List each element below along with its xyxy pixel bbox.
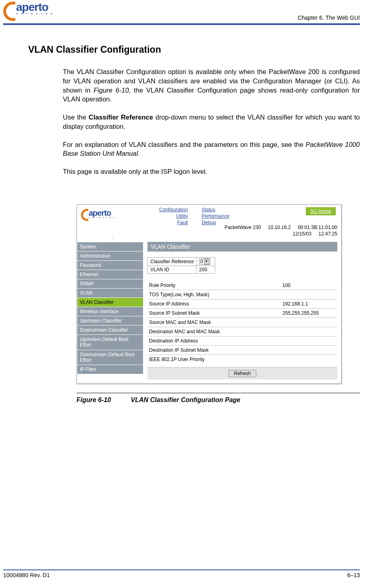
params-table: Rule Priority100TOS Type(Low, High, Mask…: [147, 281, 337, 364]
paragraph-1: The VLAN Classifier Configuration option…: [63, 67, 360, 104]
brand-sub: n e t w o r k s: [16, 12, 54, 15]
param-value: [281, 345, 337, 355]
param-label: Destination IP Subnet Mask: [147, 345, 281, 355]
sidebar-item-downstream-default-best-effort[interactable]: Downstream Default Best Effort: [77, 350, 143, 365]
p3-a: For an explanation of VLAN classifiers a…: [63, 141, 305, 148]
refresh-button[interactable]: Refresh: [228, 370, 256, 377]
logo-c-icon: [3, 2, 15, 21]
env-ip: 10.10.16.2: [268, 225, 291, 230]
p1-ref: Figure 6-10: [93, 87, 129, 94]
param-label: Source MAC and MAC Mask: [147, 318, 281, 327]
nav-utility[interactable]: Utility: [176, 213, 188, 219]
env-time: 12:47:25: [318, 231, 337, 237]
table-row: Destination IP Address: [147, 336, 337, 345]
param-label: Source IP Subnet Mask: [147, 308, 281, 318]
sidebar-item-vlan-classifier[interactable]: VLAN Classifier: [77, 298, 143, 307]
param-value: [281, 336, 337, 345]
sidebar: SystemAdministrationPasswordEthernetSNMP…: [77, 237, 143, 384]
param-label: IEEE 802.1P User Priority: [147, 355, 281, 364]
param-value: [281, 318, 337, 327]
param-label: TOS Type(Low, High, Mask): [147, 290, 281, 299]
figure-title: VLAN Classifier Configuration Page: [131, 396, 240, 403]
nav-configuration[interactable]: Configuration: [159, 206, 188, 213]
paragraph-3: For an explanation of VLAN classifiers a…: [63, 140, 360, 159]
figure-caption: Figure 6-10 VLAN Classifier Configuratio…: [77, 396, 360, 404]
classifier-reference-select[interactable]: 0 ▼: [199, 258, 210, 265]
param-value: 192.168.1.1: [281, 299, 337, 308]
classifier-ref-table: Classifier Reference 0 ▼ VLAN ID 200: [147, 257, 215, 274]
sidebar-item-snmp[interactable]: SNMP: [77, 279, 143, 289]
section-heading: VLAN Classifier Configuration: [28, 44, 360, 55]
footer-right: 6–13: [347, 572, 360, 578]
footer-left: 10004880 Rev. D1: [3, 572, 50, 578]
table-row: TOS Type(Low, High, Mask): [147, 290, 337, 299]
param-label: Source IP Address: [147, 299, 281, 308]
sidebar-item-system[interactable]: System: [77, 242, 143, 252]
param-value: 255.255.255.255: [281, 308, 337, 318]
gui-brand-sub: n e t w o r k s: [89, 216, 115, 219]
nav-performance[interactable]: Performance: [201, 213, 229, 219]
sidebar-item-password[interactable]: Password: [77, 261, 143, 270]
table-row: IEEE 802.1P User Priority: [147, 355, 337, 364]
classifier-reference-value: 0: [200, 259, 203, 264]
sidebar-item-administration[interactable]: Administration: [77, 252, 143, 261]
p2-bold: Classifier Reference: [89, 113, 153, 121]
table-row: Destination IP Subnet Mask: [147, 345, 337, 355]
gui-brand-logo: aperto n e t w o r k s: [81, 209, 115, 221]
nav-fault[interactable]: Fault: [177, 219, 188, 226]
param-value: [281, 355, 337, 364]
gui-logo-c-icon: [81, 209, 88, 221]
chapter-label: Chapter 6. The Web GUI: [298, 14, 360, 21]
env-mac: 00:01:3B:11:01:00: [298, 225, 337, 230]
content-title: VLAN Classifier: [147, 242, 337, 252]
nav-debug[interactable]: Debug: [201, 219, 216, 226]
p2-a: Use the: [63, 113, 89, 121]
vlan-id-label: VLAN ID: [148, 266, 197, 273]
table-row: Destination MAC and MAC Mask: [147, 327, 337, 336]
dropdown-arrow-icon[interactable]: ▼: [204, 259, 209, 264]
env-info: PacketWave 230 10.10.16.2 00:01:3B:11:01…: [224, 224, 337, 237]
table-row: Rule Priority100: [147, 281, 337, 290]
param-label: Rule Priority: [147, 281, 281, 290]
header-rule: [3, 23, 360, 25]
sidebar-item-ethernet[interactable]: Ethernet: [77, 270, 143, 279]
figure-rule: [77, 393, 360, 393]
sidebar-item-wireless-interface[interactable]: Wireless Interface: [77, 307, 143, 316]
sidebar-item-ip-filter[interactable]: IP Filter: [77, 365, 143, 374]
gui-brand-word: aperto: [89, 209, 115, 217]
nav-status[interactable]: Status: [201, 206, 215, 213]
footer-rule: [3, 569, 360, 570]
paragraph-4: This page is available only at the ISP l…: [63, 167, 360, 176]
figure-number: Figure 6-10: [77, 396, 129, 404]
su-home-button[interactable]: SU Home: [306, 207, 336, 215]
brand-word: aperto: [16, 2, 54, 13]
gui-screenshot: aperto n e t w o r k s Configuration Uti…: [77, 204, 342, 384]
param-value: 100: [281, 281, 337, 290]
ref-label: Classifier Reference: [148, 257, 197, 266]
p3-b: .: [138, 150, 140, 157]
table-row: Source IP Address192.168.1.1: [147, 299, 337, 308]
table-row: Source MAC and MAC Mask: [147, 318, 337, 327]
param-label: Destination MAC and MAC Mask: [147, 327, 281, 336]
brand-logo: aperto n e t w o r k s: [3, 2, 54, 21]
table-row: Source IP Subnet Mask255.255.255.255: [147, 308, 337, 318]
param-label: Destination IP Address: [147, 336, 281, 345]
param-value: [281, 290, 337, 299]
paragraph-2: Use the Classifier Reference drop-down m…: [63, 113, 360, 131]
sidebar-item-upstream-default-best-effort[interactable]: Upstream Default Best Effort: [77, 335, 143, 350]
sidebar-item-upstream-classifier[interactable]: Upstream Classifier: [77, 316, 143, 326]
vlan-id-value: 200: [197, 266, 215, 273]
sidebar-item-vlan[interactable]: VLAN: [77, 289, 143, 298]
param-value: [281, 327, 337, 336]
sidebar-item-downstream-classifier[interactable]: Downstream Classifier: [77, 326, 143, 335]
env-device: PacketWave 230: [224, 225, 261, 230]
env-date: 12/15/03: [293, 231, 311, 237]
